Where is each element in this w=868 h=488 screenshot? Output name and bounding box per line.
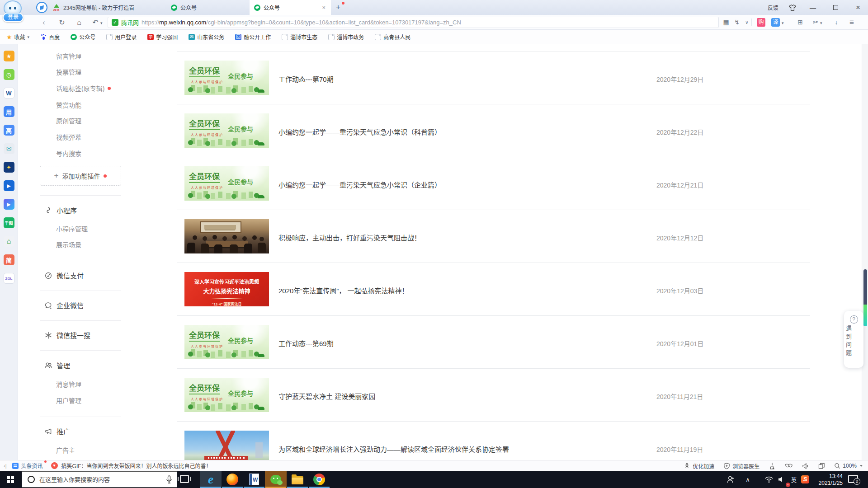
toutiao-icon[interactable]: [12, 463, 19, 469]
bookmark-user-login[interactable]: 用户登录: [106, 33, 137, 41]
qr-code-icon[interactable]: ▦: [721, 15, 731, 30]
article-thumbnail-green-banner[interactable]: 全员环保 全民参与 人人参与环境保护: [184, 325, 269, 359]
undo-close-button[interactable]: ↶: [90, 15, 101, 30]
article-row[interactable]: 全员环保 全民参与 人人参与环境保护 工作动态---第69期 2020年12月0…: [177, 316, 810, 369]
favorites-menu[interactable]: ★ 收藏 ▾: [6, 33, 29, 41]
article-row[interactable]: 全员环保 全民参与 人人参与环境保护 工作动态---第70期 2020年12月2…: [177, 52, 810, 104]
microphone-icon[interactable]: [166, 475, 172, 484]
gao-app-icon[interactable]: 高: [4, 125, 14, 136]
task-view-button[interactable]: [180, 475, 189, 483]
article-row[interactable]: 全员环保 全民参与 人人参与环境保护 小编约您一起学——重污染天气应急小常识（企…: [177, 157, 810, 210]
sidebar-item-video-danmu[interactable]: 视频弹幕: [56, 133, 81, 142]
taskbar-app-word[interactable]: [243, 471, 265, 488]
site-safety-icon[interactable]: ✓: [112, 19, 118, 26]
sound-icon[interactable]: [802, 463, 809, 469]
mail-icon[interactable]: ✉: [4, 143, 14, 154]
section-promote[interactable]: 推广: [44, 427, 70, 436]
zoom-control[interactable]: 100%: [834, 463, 863, 469]
article-row[interactable]: 为区域和全球经济增长注入强劲动力——解读区域全面经济伙伴关系协定签署 2020年…: [177, 422, 810, 460]
sidebar-item-vote-manage[interactable]: 投票管理: [56, 68, 81, 77]
minimize-button[interactable]: —: [807, 4, 819, 11]
taskbar-clock[interactable]: 13:44 2021/1/25: [813, 471, 843, 488]
search-input[interactable]: [39, 476, 152, 483]
section-wechat-pay[interactable]: 微信支付: [44, 271, 84, 280]
taskbar-app-ie[interactable]: e: [200, 471, 222, 488]
undo-dropdown-icon[interactable]: ▾: [100, 21, 103, 25]
sidebar-item-reward[interactable]: 赞赏功能: [56, 101, 81, 110]
sidebar-item-user-manage[interactable]: 用户管理: [56, 396, 81, 405]
article-thumbnail-red-banner[interactable]: 深入学习宣传习近平法治思想 大力弘扬宪法精神 “12·4” 国家宪法日: [184, 272, 269, 306]
multi-window-icon[interactable]: [818, 463, 825, 469]
tab-2345-nav[interactable]: 2345网址导航 - 致力于打造百: [49, 0, 161, 15]
boost-lightning-icon[interactable]: ↯: [731, 15, 742, 30]
url-text[interactable]: https://mp.weixin.qq.com/cgi-bin/appmsg?…: [142, 19, 461, 26]
speed-dial-icon[interactable]: [36, 2, 47, 13]
menu-icon[interactable]: ≡: [846, 15, 857, 30]
article-title[interactable]: 工作动态---第69期: [278, 338, 334, 348]
action-center-button[interactable]: 2: [848, 475, 858, 483]
article-thumbnail-green-banner[interactable]: 全员环保 全民参与 人人参与环境保护: [184, 113, 269, 148]
sidebar-item-display-scene[interactable]: 展示场景: [56, 240, 81, 249]
article-thumbnail-green-banner[interactable]: 全员环保 全民参与 人人参与环境保护: [184, 166, 269, 201]
bookmark-rong[interactable]: 回融公开工作: [235, 33, 271, 41]
qiantu-icon[interactable]: 千图: [4, 217, 14, 228]
sidebar-item-original[interactable]: 原创管理: [56, 117, 81, 126]
taskbar-app-wechat[interactable]: [265, 471, 287, 488]
show-hidden-icons[interactable]: ∧: [741, 471, 755, 488]
shopping-button[interactable]: 购: [757, 18, 765, 27]
history-clock-icon[interactable]: ◷: [4, 69, 14, 80]
section-manage[interactable]: 管理: [44, 361, 70, 370]
skin-icon[interactable]: [788, 4, 797, 11]
section-work-wechat[interactable]: 企业微信: [44, 300, 84, 310]
article-row[interactable]: 全员环保 全民参与 人人参与环境保护 守护蓝天碧水净土 建设美丽家园 2020年…: [177, 369, 810, 422]
feedback-button[interactable]: 反馈: [768, 4, 778, 11]
volume-indicator[interactable]: ×: [775, 471, 788, 488]
translate-button[interactable]: 译: [771, 18, 780, 27]
close-window-button[interactable]: ×: [852, 3, 864, 12]
bookmark-gaoqing[interactable]: 高青县人民: [375, 33, 410, 41]
article-thumbnail-arch-photo[interactable]: [184, 431, 269, 460]
bookmark-gongzhonghao[interactable]: 公众号: [71, 33, 95, 41]
article-title[interactable]: 小编约您一起学——重污染天气应急小常识（企业篇）: [278, 180, 441, 189]
bookmark-zibo-zhengwu[interactable]: 淄博市政务: [328, 33, 364, 41]
close-tab-icon[interactable]: ×: [321, 4, 326, 11]
screenshot-dropdown-icon[interactable]: ▾: [820, 21, 822, 25]
sidebar-item-search-in-account[interactable]: 号内搜索: [56, 149, 81, 158]
bookmark-xuexi[interactable]: 学学习强国: [147, 33, 178, 41]
toutiao-label[interactable]: 头条资讯: [21, 462, 43, 469]
article-title[interactable]: 积极响应，主动出击，打好重污染天气阻击战！: [278, 233, 421, 242]
home-button[interactable]: ⌂: [73, 15, 85, 30]
article-thumbnail-green-banner[interactable]: 全员环保 全民参与 人人参与环境保护: [184, 378, 269, 412]
addressbar-dropdown-icon[interactable]: ∨: [741, 15, 752, 30]
login-button[interactable]: 登录: [3, 13, 24, 22]
sidebar-item-topic-tags[interactable]: 话题标签(原专辑): [56, 84, 111, 93]
sogou-input-icon[interactable]: S: [798, 471, 812, 488]
bookmark-zibo-shengtai[interactable]: 淄博市生态: [282, 33, 317, 41]
article-title[interactable]: 为区域和全球经济增长注入强劲动力——解读区域全面经济伙伴关系协定签署: [278, 444, 509, 454]
new-tab-button[interactable]: +: [333, 3, 343, 13]
article-title[interactable]: 2020年“宪法宣传周”， 一起弘扬宪法精神！: [278, 286, 409, 295]
collapse-icon[interactable]: ‹|: [4, 463, 7, 469]
section-mini-program[interactable]: 小程序: [44, 206, 77, 215]
article-title[interactable]: 小编约您一起学——重污染天气应急小常识（科普篇）: [278, 127, 441, 136]
clean-broom-icon[interactable]: [769, 462, 776, 469]
sidebar-item-message-manage[interactable]: 留言管理: [56, 52, 81, 61]
game-icon[interactable]: ✦: [4, 162, 14, 173]
browser-doctor-button[interactable]: 浏览器医生: [723, 462, 760, 470]
split-screen-icon[interactable]: ⊞: [795, 15, 806, 30]
restore-button[interactable]: [829, 4, 842, 11]
taskbar-search-box[interactable]: [22, 471, 177, 488]
sidebar-item-advertiser[interactable]: 广告主: [56, 446, 75, 455]
scrollbar-thumb[interactable]: [863, 269, 867, 326]
tab-gongzhonghao-active[interactable]: 公众号 ×: [250, 0, 331, 15]
bookmark-baidu[interactable]: 百度: [40, 33, 60, 41]
article-row[interactable]: 全员环保 全民参与 人人参与环境保护 小编约您一起学——重污染天气应急小常识（科…: [177, 104, 810, 157]
refresh-button[interactable]: ↻: [56, 15, 68, 30]
taskbar-app-firefox[interactable]: [222, 471, 243, 488]
people-button[interactable]: [722, 471, 740, 488]
translate-dropdown-icon[interactable]: ▾: [782, 21, 784, 25]
network-indicator[interactable]: [762, 471, 776, 488]
news-ticker-text[interactable]: 搞笑GIF：当你闻到舍友带饭回来！别人的饭永远比自己的香！: [61, 462, 212, 469]
feedback-helper-widget[interactable]: ? 遇到问题: [844, 311, 863, 368]
jian-app-icon[interactable]: 简: [4, 254, 14, 265]
